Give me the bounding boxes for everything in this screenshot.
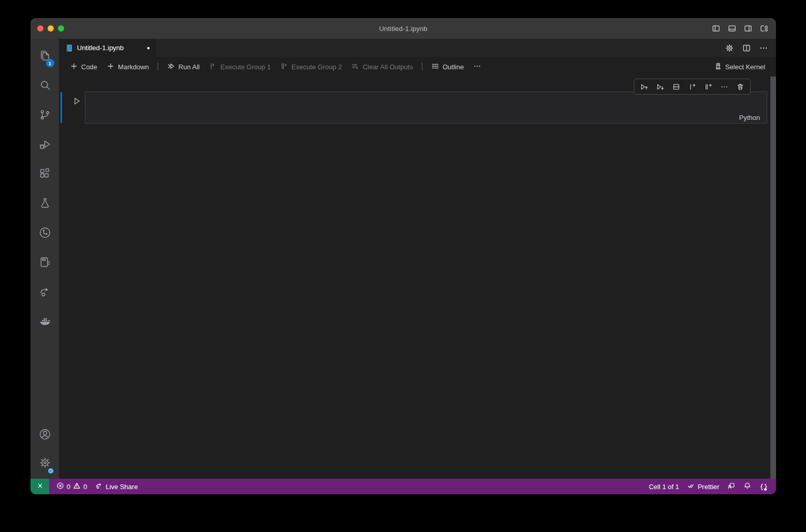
select-kernel-label: Select Kernel: [725, 63, 765, 71]
extensions-icon: [38, 167, 52, 183]
live-share-status-icon: [95, 482, 103, 491]
notifications-button[interactable]: [739, 480, 755, 493]
search-icon: [38, 79, 52, 94]
add-markdown-cell-button[interactable]: Markdown: [102, 60, 153, 74]
clear-all-outputs-button[interactable]: Clear All Outputs: [347, 60, 417, 74]
add-code-label: Code: [81, 63, 97, 71]
live-share-button[interactable]: Live Share: [91, 480, 142, 493]
settings-button[interactable]: [33, 452, 57, 476]
sidebar-item-jupyter-notebook[interactable]: [33, 251, 57, 275]
execute-above-cells-icon[interactable]: [637, 80, 651, 94]
cell-position-indicator[interactable]: Cell 1 of 1: [645, 480, 683, 493]
explorer-badge: 1: [46, 59, 54, 67]
activity-bar-top: 1: [33, 45, 57, 334]
cell-language-picker[interactable]: Python: [737, 113, 763, 123]
remote-indicator-button[interactable]: [31, 479, 49, 494]
warning-icon: [73, 482, 81, 491]
tab-untitled-1-ipynb[interactable]: Untitled-1.ipynb ●: [59, 39, 156, 57]
execute-group-2-label: Execute Group 2: [292, 63, 342, 71]
sidebar-item-live-share[interactable]: [33, 281, 57, 305]
cell-focus-bar: [60, 92, 62, 123]
flask-icon: [38, 196, 52, 212]
customize-layout-icon[interactable]: [759, 24, 769, 33]
run-all-button[interactable]: Run All: [163, 60, 204, 74]
cell-more-actions-icon[interactable]: [717, 80, 732, 94]
toggle-panel-icon[interactable]: [727, 24, 737, 33]
live-share-label: Live Share: [105, 483, 138, 491]
sidebar-item-search[interactable]: [33, 74, 57, 98]
toolbar-more-actions-button[interactable]: [469, 60, 485, 74]
bell-icon: [743, 482, 751, 491]
docker-icon: [38, 314, 52, 330]
source-control-icon: [38, 108, 52, 124]
outline-list-icon: [431, 62, 439, 72]
notebook-toolbar: Code Markdown Run All Execute Group 1: [59, 57, 776, 77]
prettier-status-button[interactable]: Prettier: [683, 480, 723, 493]
execute-group-2-button[interactable]: Execute Group 2: [276, 60, 346, 74]
status-bar-right: Cell 1 of 1 Prettier {: [645, 480, 776, 493]
insert-column-before-icon[interactable]: [685, 80, 699, 94]
status-bar: 0 0 Live Share Cell 1 of 1 Pr: [31, 479, 776, 494]
live-share-icon: [38, 285, 52, 300]
activity-bar-bottom: [33, 423, 57, 476]
outline-label: Outline: [443, 63, 464, 71]
error-icon: [56, 482, 64, 491]
sidebar-item-source-control[interactable]: [33, 104, 57, 128]
delete-cell-icon[interactable]: [733, 80, 748, 94]
split-editor-icon[interactable]: [742, 43, 751, 53]
select-kernel-button[interactable]: Select Kernel: [710, 60, 769, 74]
split-cell-icon[interactable]: [669, 80, 683, 94]
toggle-secondary-sidebar-icon[interactable]: [743, 24, 753, 33]
double-check-icon: [687, 482, 695, 491]
sidebar-item-explorer[interactable]: 1: [33, 45, 57, 69]
toggle-primary-sidebar-icon[interactable]: [711, 24, 721, 33]
braces-dot: [764, 488, 767, 491]
add-code-cell-button[interactable]: Code: [66, 60, 101, 74]
run-all-icon: [167, 62, 175, 72]
sidebar-item-testing[interactable]: [33, 192, 57, 216]
feedback-icon: [727, 482, 735, 491]
warning-count: 0: [83, 483, 87, 491]
cell-editor[interactable]: [85, 92, 767, 124]
editor-scrollbar[interactable]: [770, 77, 776, 479]
sidebar-item-run-debug[interactable]: [33, 133, 57, 157]
activity-bar: 1: [31, 39, 59, 479]
vscode-window: Untitled-1.ipynb: [31, 18, 776, 494]
execute-group-1-label: Execute Group 1: [220, 63, 271, 71]
sidebar-item-extensions[interactable]: [33, 163, 57, 187]
notebook-body: Python: [59, 77, 776, 479]
sidebar-item-docker[interactable]: [33, 310, 57, 334]
outline-button[interactable]: Outline: [427, 60, 468, 74]
kernel-icon: [714, 62, 722, 72]
editor-area: Untitled-1.ipynb ●: [59, 39, 776, 479]
cell-position-label: Cell 1 of 1: [649, 483, 679, 491]
execute-group-1-button[interactable]: Execute Group 1: [205, 60, 275, 74]
accounts-button[interactable]: [33, 423, 57, 447]
screen: { "colors": { "status_purple": "#6c2179"…: [0, 0, 806, 532]
more-actions-icon[interactable]: [759, 43, 768, 53]
problems-button[interactable]: 0 0: [52, 480, 91, 493]
feedback-button[interactable]: [723, 480, 739, 493]
add-markdown-label: Markdown: [118, 63, 149, 71]
braces-icon: { }: [759, 483, 768, 491]
plus-icon: [70, 62, 78, 72]
ellipsis-icon: [473, 62, 481, 72]
prettier-label: Prettier: [697, 483, 719, 491]
spell-checker-status-button[interactable]: { }: [755, 480, 772, 493]
toolbar-separator: [158, 63, 158, 71]
titlebar: Untitled-1.ipynb: [31, 18, 776, 39]
run-cell-button[interactable]: [71, 95, 82, 107]
plus-icon: [107, 62, 115, 72]
notebook-settings-gear-icon[interactable]: [725, 43, 734, 53]
brace-open: {: [759, 483, 764, 491]
cell-toolbar: [634, 79, 751, 95]
status-bar-left: 0 0 Live Share: [49, 480, 142, 493]
sidebar-item-git-graph[interactable]: [33, 222, 57, 246]
notebook-file-icon: [65, 44, 73, 52]
layout-controls: [711, 24, 769, 33]
insert-column-after-icon[interactable]: [701, 80, 716, 94]
clear-outputs-icon: [351, 62, 359, 72]
execute-group-2-icon: [280, 62, 288, 72]
execute-cell-and-below-icon[interactable]: [653, 80, 667, 94]
window-title: Untitled-1.ipynb: [31, 25, 776, 33]
